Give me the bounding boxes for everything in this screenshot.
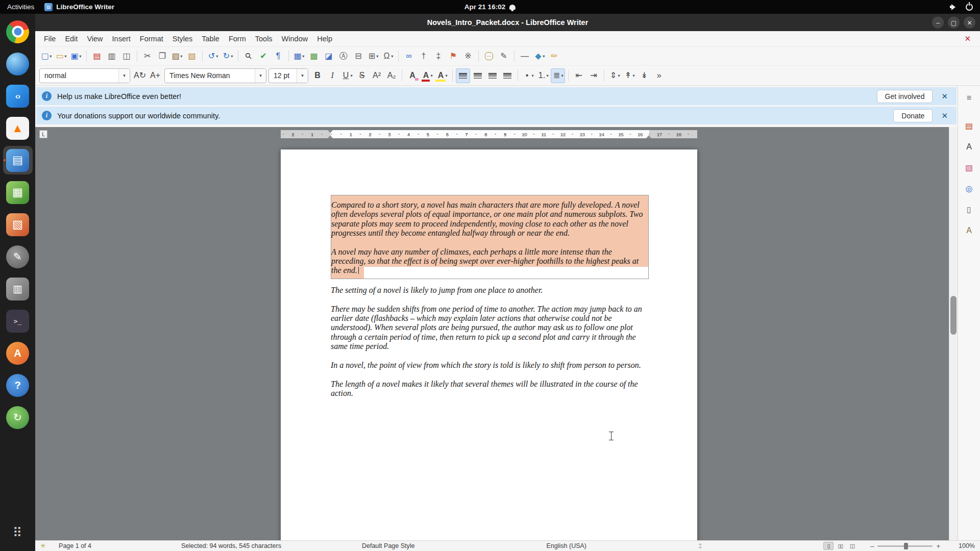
export-pdf-button[interactable]: ▤ ▾ [90,49,104,64]
right-indent-marker[interactable] [646,135,651,138]
insert-comment-button[interactable]: … ▾ [482,49,496,64]
toolbar-separator[interactable]: ▾ [402,70,402,81]
cut-button[interactable]: ✂ ▾ [140,49,155,64]
files-icon[interactable]: ▥ [3,274,33,303]
clone-formatting-button[interactable]: ▧ ▾ [185,49,199,64]
vertical-scrollbar[interactable] [949,127,958,540]
cross-reference-button[interactable]: ※ ▾ [461,49,475,64]
insert-page-break-button[interactable]: ⊟ ▾ [351,49,365,64]
libreoffice-calc-icon[interactable]: ▦ [3,178,33,207]
menu-form[interactable]: Form [224,33,251,45]
page-count[interactable]: Page 1 of 4 [59,542,91,549]
copy-button[interactable]: ❐ ▾ [155,49,169,64]
get-involved-button[interactable]: Get involved [877,90,933,103]
paragraph[interactable]: In a novel, the point of view from which… [331,361,649,370]
selection-mode-indicator[interactable]: ⌶ [698,542,702,549]
paragraph[interactable]: The length of a novel makes it likely th… [331,380,649,398]
strikethrough-button[interactable]: S ▾ [355,68,369,83]
menu-help[interactable]: Help [312,33,337,45]
zoom-level[interactable]: 100% [951,542,975,549]
sidebar-properties-tab[interactable]: ▤ [961,118,977,134]
spelling-button[interactable]: ✔ ▾ [256,49,271,64]
scrollbar-thumb[interactable] [950,296,957,335]
donate-button[interactable]: Donate [893,109,933,122]
insert-image-button[interactable]: ▩ ▾ [307,49,321,64]
first-line-indent-marker[interactable] [328,130,333,133]
update-style-button[interactable]: A↻ ▾ [132,68,148,83]
zoom-in-button[interactable]: + [936,542,940,550]
sidebar-gallery-tab[interactable]: ▧ [961,160,977,176]
libreoffice-impress-icon[interactable]: ▧ [3,210,33,239]
zoom-slider[interactable]: – + [870,542,940,550]
libreoffice-writer-icon[interactable]: ▤ [3,146,33,174]
horizontal-ruler[interactable]: 21123456789101112131415161718 [281,130,697,138]
font-size-select[interactable]: 12 pt ▾ [268,68,308,83]
notification-close-icon[interactable]: ✕ [938,92,951,101]
align-center-button[interactable]: ▾ [471,68,485,83]
toolbar-separator[interactable]: ▾ [202,51,203,62]
toolbar-separator[interactable]: ▾ [514,51,514,62]
menu-tools[interactable]: Tools [251,33,277,45]
superscript-button[interactable]: A² ▾ [370,68,384,83]
left-indent-marker[interactable] [328,135,333,138]
notification-close-icon[interactable]: ✕ [938,111,951,120]
software-updater-icon[interactable]: ↻ [3,403,33,432]
sidebar-inspector-tab[interactable]: A [961,222,977,239]
paragraph-style-select[interactable]: normal ▾ [39,68,130,83]
new-document-button[interactable]: ▢ ▾ [39,49,54,64]
system-tray[interactable] [950,4,973,11]
menu-styles[interactable]: Styles [168,33,198,45]
increase-paragraph-spacing-button[interactable]: ↟ ▾ [622,68,636,83]
formatting-marks-button[interactable]: ¶ ▾ [271,49,285,64]
save-button[interactable]: ▣ ▾ [69,49,83,64]
special-character-button[interactable]: Ω ▾ [381,49,395,64]
increase-indent-button[interactable]: ⇥ ▾ [586,68,601,83]
paragraph[interactable]: The setting of a novel is likely to jump… [331,286,649,295]
decrease-indent-button[interactable]: ⇤ ▾ [572,68,586,83]
bold-button[interactable]: B ▾ [310,68,325,83]
minimize-button[interactable]: – [932,17,944,29]
justify-button[interactable]: ▾ [500,68,514,83]
close-document-icon[interactable]: ✕ [959,34,976,43]
insert-table-button[interactable]: ▦ ▾ [292,49,306,64]
menu-format[interactable]: Format [135,33,168,45]
insert-footnote-button[interactable]: † ▾ [416,49,431,64]
ubuntu-software-icon[interactable]: A [3,339,33,367]
paste-button[interactable]: ▨ ▾ [170,49,184,64]
font-name-select[interactable]: Times New Roman ▾ [164,68,266,83]
subscript-button[interactable]: A₂ ▾ [384,68,399,83]
toolbar-separator[interactable]: ▾ [238,51,238,62]
paragraph[interactable]: There may be sudden shifts from one peri… [331,305,649,352]
redo-button[interactable]: ↻ ▾ [220,49,235,64]
draw-functions-button[interactable]: ✏ ▾ [547,49,561,64]
toolbar-overflow-button[interactable]: » ▾ [652,68,666,83]
selected-paragraph[interactable]: A novel may have any number of climaxes,… [331,247,648,276]
insert-bookmark-button[interactable]: ⚑ ▾ [446,49,460,64]
menu-edit[interactable]: Edit [60,33,82,45]
menu-table[interactable]: Table [197,33,224,45]
single-page-view-button[interactable]: ▯ [823,542,834,550]
toolbar-separator[interactable]: ▾ [568,70,569,81]
track-changes-button[interactable]: ✎ ▾ [497,49,511,64]
toolbar-separator[interactable]: ▾ [137,51,137,62]
selected-paragraph[interactable]: Compared to a short story, a novel has m… [331,201,648,238]
zoom-out-button[interactable]: – [870,542,874,550]
document-page[interactable]: Compared to a short story, a novel has m… [281,149,697,540]
zoom-handle[interactable] [904,543,908,549]
toolbar-separator[interactable]: ▾ [518,70,518,81]
menu-view[interactable]: View [82,33,107,45]
help-icon[interactable]: ? [3,371,33,399]
app-grid-icon[interactable]: ⠿ [3,518,33,547]
toolbar-separator[interactable]: ▾ [86,51,87,62]
chevron-down-icon[interactable]: ▾ [297,69,308,83]
decrease-paragraph-spacing-button[interactable]: ↡ ▾ [637,68,651,83]
toolbar-separator[interactable]: ▾ [398,51,399,62]
print-preview-button[interactable]: ◫ ▾ [119,49,134,64]
insert-field-button[interactable]: ⊞ ▾ [366,49,380,64]
text-language[interactable]: English (USA) [547,542,587,549]
zoom-track[interactable] [877,545,933,547]
find-replace-button[interactable]: ⚲ ▾ [241,49,256,64]
book-view-button[interactable]: ◫ [847,542,857,550]
insert-text-box-button[interactable]: Ⓐ ▾ [336,49,351,64]
align-left-button[interactable]: ▾ [456,68,470,83]
